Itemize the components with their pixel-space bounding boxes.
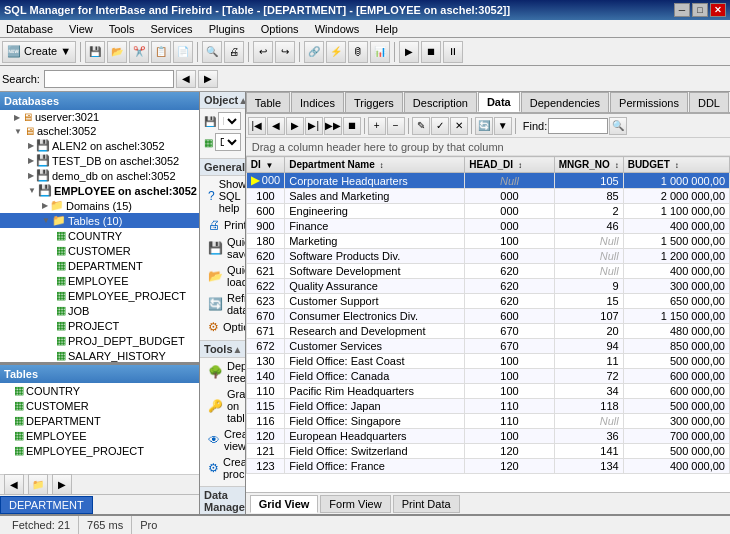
quick-save-item[interactable]: 💾 Quick save	[200, 234, 245, 262]
tables-footer-btn1[interactable]: ◀	[4, 474, 24, 496]
table-row[interactable]: 623Customer Support62015650 000,00	[246, 294, 729, 309]
col-header-dept-name[interactable]: Department Name ↕	[285, 157, 465, 173]
tree-item-tables[interactable]: ▼ 📁 Tables (10)	[0, 213, 199, 228]
col-header-di[interactable]: DI ▼	[246, 157, 284, 173]
menu-plugins[interactable]: Plugins	[205, 22, 249, 36]
toolbar-btn-5[interactable]: 📄	[173, 41, 193, 63]
table-row[interactable]: 621Software Development620Null400 000,00	[246, 264, 729, 279]
table-row[interactable]: 100Sales and Marketing000852 000 000,00	[246, 189, 729, 204]
grants-item[interactable]: 🔑 Grants on table	[200, 386, 245, 426]
employee-select[interactable]: EMPLOYEE on asche...	[218, 112, 241, 130]
create-view-item[interactable]: 👁 Create view	[200, 426, 245, 454]
tables-footer-btn3[interactable]: ▶	[52, 474, 72, 496]
table-list-item-emp-proj[interactable]: ▦ EMPLOYEE_PROJECT	[0, 443, 199, 458]
active-table-tab[interactable]: DEPARTMENT	[0, 496, 93, 514]
tree-item-aschel[interactable]: ▼ 🖥 aschel:3052	[0, 124, 199, 138]
data-grid[interactable]: DI ▼ Department Name ↕ HEAD_DI ↕ MNGR_NO…	[246, 156, 730, 492]
toolbar-btn-12[interactable]: 🛢	[348, 41, 368, 63]
table-list-item-customer[interactable]: ▦ CUSTOMER	[0, 398, 199, 413]
toolbar-btn-3[interactable]: ✂️	[129, 41, 149, 63]
table-row[interactable]: 672Customer Services67094850 000,00	[246, 339, 729, 354]
tree-item-country[interactable]: ▦ COUNTRY	[0, 228, 199, 243]
print-item[interactable]: 🖨 Print	[200, 216, 245, 234]
data-cancel-btn[interactable]: ✕	[450, 117, 468, 135]
minimize-button[interactable]: ─	[674, 3, 690, 17]
bottom-tab-form[interactable]: Form View	[320, 495, 390, 513]
table-row[interactable]: 900Finance00046400 000,00	[246, 219, 729, 234]
data-del-btn[interactable]: −	[387, 117, 405, 135]
menu-view[interactable]: View	[65, 22, 97, 36]
table-row[interactable]: 671Research and Development67020480 000,…	[246, 324, 729, 339]
create-procedure-item[interactable]: ⚙ Create procedure	[200, 454, 245, 482]
data-prev-btn[interactable]: ◀	[267, 117, 285, 135]
toolbar-btn-11[interactable]: ⚡	[326, 41, 346, 63]
tree-item-domains[interactable]: ▶ 📁 Domains (15)	[0, 198, 199, 213]
table-list-item-employee[interactable]: ▦ EMPLOYEE	[0, 428, 199, 443]
toolbar-btn-14[interactable]: ▶	[399, 41, 419, 63]
data-play-btn[interactable]: ▶▶	[324, 117, 342, 135]
search-next-btn[interactable]: ▶	[198, 70, 218, 88]
tree-item-employee-db[interactable]: ▼ 💾 EMPLOYEE on aschel:3052	[0, 183, 199, 198]
tree-item-testdb[interactable]: ▶ 💾 TEST_DB on aschel:3052	[0, 153, 199, 168]
quick-load-item[interactable]: 📂 Quick load	[200, 262, 245, 290]
toolbar-btn-6[interactable]: 🔍	[202, 41, 222, 63]
tree-item-proj-dept[interactable]: ▦ PROJ_DEPT_BUDGET	[0, 333, 199, 348]
table-list-item-country[interactable]: ▦ COUNTRY	[0, 383, 199, 398]
table-list-item-department[interactable]: ▦ DEPARTMENT	[0, 413, 199, 428]
maximize-button[interactable]: □	[692, 3, 708, 17]
options-item[interactable]: ⚙ Options	[200, 318, 245, 336]
tab-data[interactable]: Data	[478, 92, 520, 112]
table-row[interactable]: 622Quality Assurance6209300 000,00	[246, 279, 729, 294]
toolbar-btn-4[interactable]: 📋	[151, 41, 171, 63]
menu-options[interactable]: Options	[257, 22, 303, 36]
table-row[interactable]: ▶ 000Corporate HeadquartersNull1051 000 …	[246, 173, 729, 189]
tables-footer-btn2[interactable]: 📁	[28, 474, 48, 496]
data-refresh-btn[interactable]: 🔄	[475, 117, 493, 135]
col-header-head-dept[interactable]: HEAD_DI ↕	[465, 157, 555, 173]
tree-item-employee[interactable]: ▦ EMPLOYEE	[0, 273, 199, 288]
toolbar-btn-2[interactable]: 📂	[107, 41, 127, 63]
menu-services[interactable]: Services	[146, 22, 196, 36]
data-edit-btn[interactable]: ✎	[412, 117, 430, 135]
tree-item-demodb[interactable]: ▶ 💾 demo_db on aschel:3052	[0, 168, 199, 183]
tab-ddl[interactable]: DDL	[689, 92, 729, 112]
table-row[interactable]: 140Field Office: Canada10072600 000,00	[246, 369, 729, 384]
bottom-tab-print[interactable]: Print Data	[393, 495, 460, 513]
toolbar-btn-16[interactable]: ⏸	[443, 41, 463, 63]
tab-dependencies[interactable]: Dependencies	[521, 92, 609, 112]
menu-database[interactable]: Database	[2, 22, 57, 36]
data-last-btn[interactable]: ▶|	[305, 117, 323, 135]
data-add-btn[interactable]: +	[368, 117, 386, 135]
menu-windows[interactable]: Windows	[311, 22, 364, 36]
tree-item-job[interactable]: ▦ JOB	[0, 303, 199, 318]
col-header-mngr[interactable]: MNGR_NO ↕	[554, 157, 623, 173]
dependency-tree-item[interactable]: 🌳 Dependency tree	[200, 358, 245, 386]
table-row[interactable]: 180Marketing100Null1 500 000,00	[246, 234, 729, 249]
col-header-budget[interactable]: BUDGET ↕	[623, 157, 729, 173]
show-sql-help-item[interactable]: ? Show SQL help	[200, 176, 245, 216]
table-row[interactable]: 121Field Office: Switzerland120141500 00…	[246, 444, 729, 459]
toolbar-btn-9[interactable]: ↪	[275, 41, 295, 63]
table-row[interactable]: 110Pacific Rim Headquarters10034600 000,…	[246, 384, 729, 399]
table-row[interactable]: 123Field Office: France120134400 000,00	[246, 459, 729, 474]
tab-permissions[interactable]: Permissions	[610, 92, 688, 112]
tree-item-alen2[interactable]: ▶ 💾 ALEN2 on aschel:3052	[0, 138, 199, 153]
create-button[interactable]: 🆕 Create ▼	[2, 41, 76, 63]
tab-triggers[interactable]: Triggers	[345, 92, 403, 112]
collapse-icon[interactable]: ▲	[233, 344, 243, 355]
bottom-tab-grid[interactable]: Grid View	[250, 495, 319, 513]
search-input[interactable]	[44, 70, 174, 88]
tree-item-project[interactable]: ▦ PROJECT	[0, 318, 199, 333]
tab-indices[interactable]: Indices	[291, 92, 344, 112]
refresh-data-item[interactable]: 🔄 Refresh data	[200, 290, 245, 318]
tree-item-customer[interactable]: ▦ CUSTOMER	[0, 243, 199, 258]
toolbar-btn-10[interactable]: 🔗	[304, 41, 324, 63]
data-post-btn[interactable]: ✓	[431, 117, 449, 135]
toolbar-btn-1[interactable]: 💾	[85, 41, 105, 63]
collapse-icon[interactable]: ▲	[238, 95, 246, 106]
table-row[interactable]: 620Software Products Div.600Null1 200 00…	[246, 249, 729, 264]
table-row[interactable]: 130Field Office: East Coast10011500 000,…	[246, 354, 729, 369]
tree-item-userver[interactable]: ▶ 🖥 userver:3021	[0, 110, 199, 124]
toolbar-btn-7[interactable]: 🖨	[224, 41, 244, 63]
tree-item-employee-project[interactable]: ▦ EMPLOYEE_PROJECT	[0, 288, 199, 303]
